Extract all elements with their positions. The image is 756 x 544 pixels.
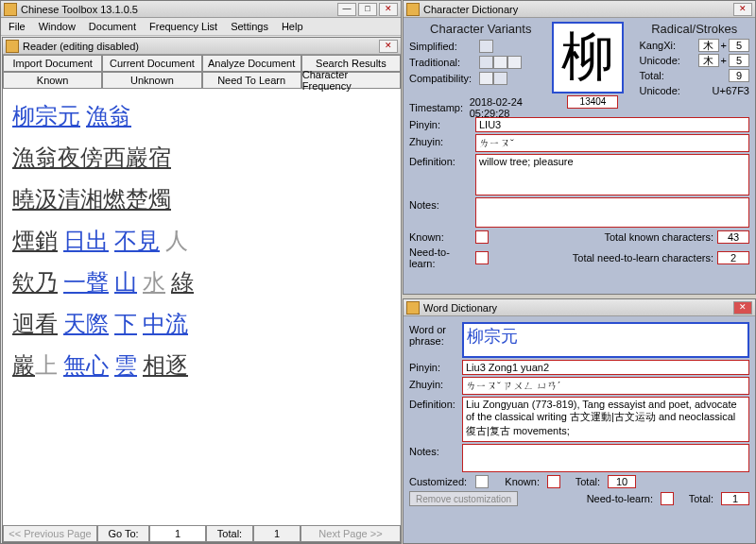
remove-customization-button[interactable]: Remove customization bbox=[409, 491, 518, 506]
reader-text-segment[interactable]: 不見 bbox=[114, 229, 160, 253]
need-to-learn-button[interactable]: Need To Learn bbox=[202, 72, 301, 89]
pinyin-value[interactable]: LIU3 bbox=[475, 117, 749, 132]
reader-text-segment[interactable]: 人 bbox=[165, 229, 188, 253]
pinyin-label: Pinyin: bbox=[409, 117, 475, 130]
reader-text-segment[interactable]: 柳宗元 bbox=[12, 104, 80, 128]
total-ntl-label: Total need-to-learn characters: bbox=[489, 252, 717, 264]
reader-text-segment[interactable]: 漁翁 bbox=[86, 104, 131, 128]
total-known-label: Total known characters: bbox=[489, 231, 717, 243]
reader-text-segment[interactable]: 煙銷 bbox=[12, 229, 58, 253]
menubar: File Window Document Frequency List Sett… bbox=[1, 18, 401, 36]
reader-text-segment[interactable]: 下 bbox=[114, 312, 137, 336]
reader-text-segment[interactable]: 水 bbox=[143, 270, 165, 295]
maximize-button[interactable]: □ bbox=[358, 3, 377, 16]
word-pinyin-value[interactable]: Liu3 Zong1 yuan2 bbox=[462, 360, 749, 375]
reader-text-segment[interactable]: 迴看 bbox=[12, 312, 58, 336]
total-strokes-label: Total: bbox=[639, 70, 727, 81]
traditional-box-3[interactable] bbox=[507, 56, 522, 69]
word-ntl-checkbox[interactable] bbox=[661, 492, 674, 505]
analyze-document-button[interactable]: Analyze Document bbox=[202, 55, 301, 72]
reader-text-segment[interactable]: 巖 bbox=[12, 353, 35, 378]
reader-text-segment[interactable]: 漁翁夜傍西巖宿 bbox=[12, 145, 171, 170]
unicode-strokes: 5 bbox=[729, 54, 749, 67]
compat-box-2[interactable] bbox=[493, 72, 507, 85]
reader-text-area[interactable]: 柳宗元 漁翁漁翁夜傍西巖宿曉汲清湘燃楚燭煙銷 日出 不見 人欸乃 一聲 山 水 … bbox=[3, 89, 401, 395]
menu-frequency-list[interactable]: Frequency List bbox=[144, 19, 223, 34]
prev-page-button[interactable]: << Previous Page bbox=[3, 525, 97, 542]
unicode-plus: + bbox=[721, 55, 727, 66]
char-id: 13404 bbox=[567, 95, 618, 109]
pager-total-value: 1 bbox=[253, 525, 301, 542]
app-icon bbox=[4, 3, 17, 16]
word-pinyin-label: Pinyin: bbox=[409, 360, 462, 373]
known-checkbox[interactable] bbox=[475, 230, 489, 244]
kangxi-strokes: 5 bbox=[729, 39, 749, 52]
kangxi-plus: + bbox=[721, 40, 727, 51]
definition-value[interactable]: willow tree; pleasure bbox=[475, 154, 749, 196]
menu-window[interactable]: Window bbox=[33, 19, 81, 34]
unknown-button[interactable]: Unknown bbox=[102, 72, 201, 89]
known-button[interactable]: Known bbox=[3, 72, 102, 89]
reader-text-segment[interactable]: 雲 bbox=[114, 353, 137, 378]
total-strokes: 9 bbox=[729, 69, 749, 82]
word-total2-label: Total: bbox=[678, 493, 717, 504]
notes-value[interactable] bbox=[475, 197, 749, 228]
unicode-radical: 木 bbox=[698, 54, 719, 67]
zhuyin-value[interactable]: ㄌㄧㄡˇ bbox=[475, 134, 749, 152]
word-zhuyin-value[interactable]: ㄌㄧㄡˇ ㄗㄨㄥ ㄩㄢˊ bbox=[462, 377, 749, 395]
word-ntl-label: Need-to-learn: bbox=[522, 493, 657, 504]
char-dict-title: Character Dictionary bbox=[423, 4, 731, 15]
reader-close-button[interactable]: ✕ bbox=[379, 40, 398, 53]
word-notes-value[interactable] bbox=[462, 444, 749, 472]
word-notes-label: Notes: bbox=[409, 444, 462, 457]
word-zhuyin-label: Zhuyin: bbox=[409, 377, 462, 390]
word-dict-icon bbox=[406, 301, 420, 314]
reader-text-segment[interactable]: 綠 bbox=[171, 270, 194, 295]
traditional-box-1[interactable] bbox=[479, 56, 493, 69]
radical-heading: Radical/Strokes bbox=[639, 22, 749, 36]
customized-checkbox[interactable] bbox=[475, 475, 489, 488]
word-value[interactable]: 柳宗元 bbox=[462, 322, 749, 358]
need-to-learn-label: Need-to-learn: bbox=[409, 246, 475, 269]
unicode-rad-label: Unicode: bbox=[639, 55, 696, 66]
word-dict-titlebar: Word Dictionary ✕ bbox=[404, 299, 755, 316]
reader-text-segment[interactable]: 天際 bbox=[63, 312, 109, 336]
reader-icon bbox=[6, 40, 19, 53]
menu-document[interactable]: Document bbox=[83, 19, 142, 34]
reader-buttons-row2: Known Unknown Need To Learn Character Fr… bbox=[3, 72, 401, 89]
word-definition-value[interactable]: Liu Zongyuan (773-819), Tang essayist an… bbox=[462, 397, 749, 442]
traditional-box-2[interactable] bbox=[493, 56, 507, 69]
reader-text-segment[interactable]: 曉汲清湘燃楚燭 bbox=[12, 187, 171, 212]
import-document-button[interactable]: Import Document bbox=[3, 55, 102, 72]
close-button[interactable]: ✕ bbox=[379, 3, 398, 16]
next-page-button[interactable]: Next Page >> bbox=[301, 525, 401, 542]
menu-file[interactable]: File bbox=[3, 19, 31, 34]
simplified-box[interactable] bbox=[479, 40, 493, 53]
menu-help[interactable]: Help bbox=[276, 19, 309, 34]
reader-text-segment[interactable]: 無心 bbox=[63, 353, 109, 378]
reader-text-segment[interactable]: 欸乃 bbox=[12, 270, 58, 295]
reader-text-segment[interactable]: 日出 bbox=[63, 229, 109, 253]
word-total1-value: 10 bbox=[608, 475, 636, 488]
simplified-label: Simplified: bbox=[409, 41, 479, 52]
char-dict-icon bbox=[406, 3, 420, 16]
reader-text-segment[interactable]: 相逐 bbox=[143, 353, 188, 378]
compat-box-1[interactable] bbox=[479, 72, 493, 85]
character-frequency-button[interactable]: Character Frequency bbox=[301, 72, 401, 89]
word-known-checkbox[interactable] bbox=[547, 475, 560, 488]
reader-text-segment[interactable]: 上 bbox=[35, 353, 58, 378]
pager: << Previous Page Go To: Total: 1 Next Pa… bbox=[3, 525, 401, 542]
char-dict-close-button[interactable]: ✕ bbox=[733, 3, 752, 16]
word-dict-close-button[interactable]: ✕ bbox=[733, 301, 752, 314]
goto-page-input[interactable] bbox=[149, 525, 206, 542]
reader-text-segment[interactable]: 中流 bbox=[143, 312, 188, 336]
word-known-label: Known: bbox=[492, 476, 543, 487]
reader-text-segment[interactable]: 山 bbox=[114, 270, 137, 295]
known-label: Known: bbox=[409, 231, 475, 243]
need-to-learn-checkbox[interactable] bbox=[475, 251, 489, 264]
minimize-button[interactable]: — bbox=[337, 3, 356, 16]
reader-text-segment[interactable]: 一聲 bbox=[63, 270, 109, 295]
current-document-button[interactable]: Current Document bbox=[102, 55, 201, 72]
unicode-code-value: U+67F3 bbox=[713, 85, 749, 96]
menu-settings[interactable]: Settings bbox=[225, 19, 274, 34]
